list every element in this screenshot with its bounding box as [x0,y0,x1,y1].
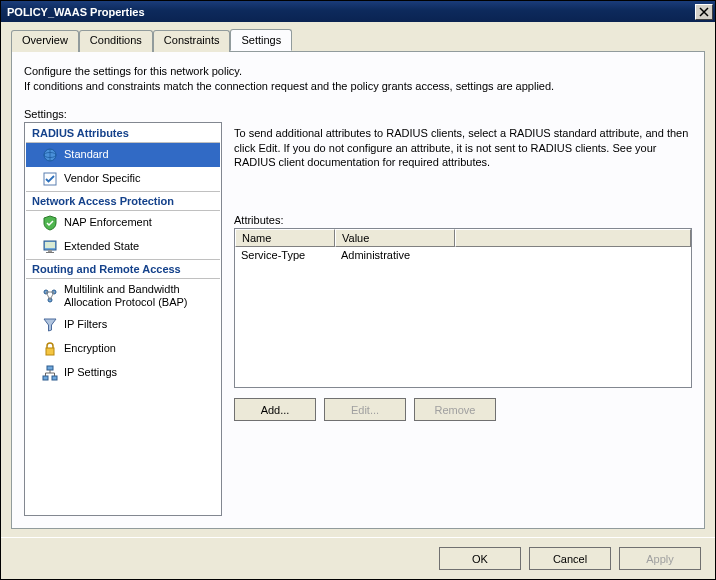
sidebar-item-vendor-specific[interactable]: Vendor Specific [26,167,220,191]
sidebar-item-encryption[interactable]: Encryption [26,337,220,361]
tab-strip: Overview Conditions Constraints Settings [1,22,715,51]
checkbox-icon [42,171,58,187]
window-title: POLICY_WAAS Properties [7,6,695,18]
detail-description: To send additional attributes to RADIUS … [234,126,692,171]
column-spacer [455,229,691,247]
cell-value: Administrative [335,247,691,263]
remove-button[interactable]: Remove [414,398,496,421]
category-radius: RADIUS Attributes [26,124,220,143]
sidebar-item-multilink[interactable]: Multilink and Bandwidth Allocation Proto… [26,279,220,313]
link-icon [42,288,58,304]
tab-overview[interactable]: Overview [11,30,79,52]
sidebar-item-extended-state[interactable]: Extended State [26,235,220,259]
svg-rect-12 [43,376,48,380]
svg-rect-6 [46,252,54,253]
svg-rect-11 [47,366,53,370]
category-rras: Routing and Remote Access [26,259,220,279]
sidebar-item-label: NAP Enforcement [64,216,152,229]
ok-button[interactable]: OK [439,547,521,570]
sidebar-item-label: Vendor Specific [64,172,140,185]
tab-settings[interactable]: Settings [230,29,292,51]
sidebar-item-label: Extended State [64,240,139,253]
tab-constraints[interactable]: Constraints [153,30,231,52]
detail-pane: To send additional attributes to RADIUS … [234,122,692,516]
monitor-icon [42,239,58,255]
settings-label: Settings: [24,108,692,120]
intro-text: Configure the settings for this network … [24,64,692,94]
close-icon [699,7,709,17]
list-row[interactable]: Service-Type Administrative [235,247,691,263]
lock-icon [42,341,58,357]
sidebar-item-nap-enforcement[interactable]: NAP Enforcement [26,211,220,235]
apply-button[interactable]: Apply [619,547,701,570]
attributes-list[interactable]: Name Value Service-Type Administrative [234,228,692,388]
settings-categories: RADIUS Attributes Standard Vendor Specif… [24,122,222,516]
sidebar-item-label: IP Settings [64,366,117,379]
column-value[interactable]: Value [335,229,455,247]
intro-line-2: If conditions and constraints match the … [24,79,692,94]
add-button[interactable]: Add... [234,398,316,421]
titlebar: POLICY_WAAS Properties [1,1,715,22]
svg-rect-4 [45,242,55,248]
settings-split: RADIUS Attributes Standard Vendor Specif… [24,122,692,516]
sidebar-item-ip-filters[interactable]: IP Filters [26,313,220,337]
svg-rect-10 [46,348,54,355]
sidebar-item-standard[interactable]: Standard [26,143,220,167]
list-body: Service-Type Administrative [235,247,691,387]
category-nap: Network Access Protection [26,191,220,211]
sidebar-item-label: Encryption [64,342,116,355]
sidebar-item-label: Standard [64,148,109,161]
svg-rect-13 [52,376,57,380]
funnel-icon [42,317,58,333]
sidebar-item-ip-settings[interactable]: IP Settings [26,361,220,385]
cancel-button[interactable]: Cancel [529,547,611,570]
edit-button[interactable]: Edit... [324,398,406,421]
attributes-label: Attributes: [234,214,692,226]
svg-rect-5 [48,250,52,252]
settings-panel: Configure the settings for this network … [11,51,705,529]
close-button[interactable] [695,4,713,20]
shield-icon [42,215,58,231]
properties-dialog: POLICY_WAAS Properties Overview Conditio… [0,0,716,580]
network-icon [42,365,58,381]
sidebar-item-label: IP Filters [64,318,107,331]
column-name[interactable]: Name [235,229,335,247]
sidebar-item-label: Multilink and Bandwidth Allocation Proto… [64,283,214,309]
cell-name: Service-Type [235,247,335,263]
list-header: Name Value [235,229,691,247]
tab-conditions[interactable]: Conditions [79,30,153,52]
attribute-buttons: Add... Edit... Remove [234,398,692,421]
dialog-footer: OK Cancel Apply [1,537,715,579]
intro-line-1: Configure the settings for this network … [24,64,692,79]
globe-icon [42,147,58,163]
